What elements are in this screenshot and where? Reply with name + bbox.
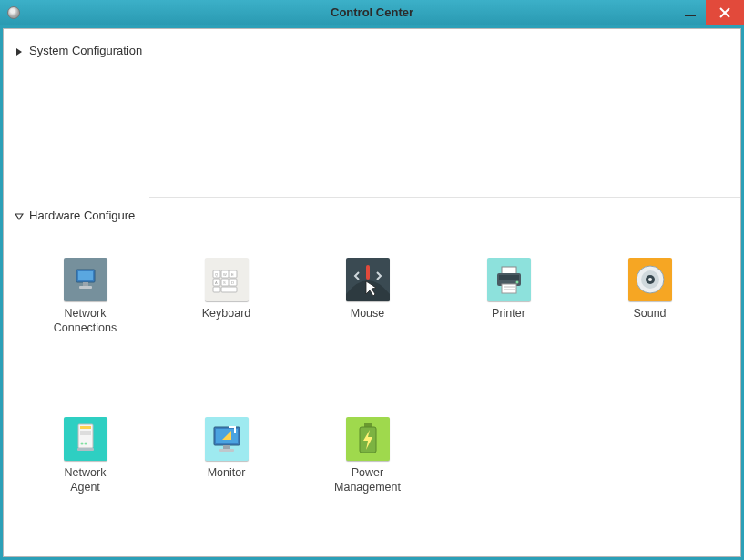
svg-rect-46 (219, 449, 234, 452)
item-label: Sound (633, 307, 666, 321)
item-label: Network Connections (54, 307, 117, 335)
item-network-agent[interactable]: Network Agent (15, 417, 156, 494)
svg-rect-26 (499, 275, 519, 280)
item-mouse[interactable]: Mouse (297, 258, 438, 335)
monitor-icon (205, 417, 249, 461)
printer-icon (487, 258, 531, 301)
section-hardware: Hardware Configure Network Connections (4, 198, 740, 557)
item-label: Monitor (208, 466, 246, 481)
svg-rect-6 (83, 282, 88, 286)
item-label: Power Management (334, 466, 401, 494)
mouse-icon (346, 258, 390, 301)
svg-rect-15 (221, 287, 237, 292)
svg-rect-41 (77, 448, 94, 451)
item-label: Mouse (351, 307, 385, 321)
svg-text:D: D (231, 280, 234, 285)
item-sound[interactable]: Sound (579, 258, 720, 335)
minimize-icon (685, 15, 696, 16)
item-printer[interactable]: Printer (438, 258, 579, 335)
system-section-body (4, 62, 740, 197)
item-network-connections[interactable]: Network Connections (15, 258, 156, 335)
svg-rect-14 (213, 287, 220, 292)
close-button[interactable] (706, 0, 744, 25)
close-icon (719, 7, 730, 18)
svg-marker-2 (16, 48, 22, 56)
svg-text:E: E (231, 272, 234, 277)
svg-point-39 (80, 443, 83, 445)
network-icon (64, 258, 107, 301)
power-icon (346, 417, 390, 461)
svg-rect-5 (78, 271, 93, 280)
hardware-grid: Network Connections QWE ASD (15, 227, 729, 557)
svg-marker-3 (15, 214, 23, 219)
section-system-header[interactable]: System Configuration (15, 38, 729, 62)
svg-text:Q: Q (215, 272, 218, 277)
svg-point-40 (84, 443, 87, 445)
arrow-right-icon (15, 46, 24, 55)
svg-text:S: S (223, 280, 226, 285)
svg-rect-28 (502, 284, 516, 293)
sound-icon (628, 258, 672, 301)
minimize-button[interactable] (675, 0, 706, 25)
svg-rect-38 (80, 433, 91, 435)
svg-rect-37 (80, 431, 91, 433)
section-system: System Configuration (4, 29, 740, 62)
item-power-management[interactable]: Power Management (297, 417, 438, 494)
svg-rect-7 (79, 286, 92, 289)
svg-text:W: W (223, 272, 227, 277)
svg-text:A: A (215, 280, 218, 285)
item-label: Printer (492, 307, 525, 321)
section-hardware-title: Hardware Configure (29, 209, 135, 222)
section-system-title: System Configuration (29, 44, 142, 57)
window: Control Center System Configuration (0, 0, 744, 560)
svg-rect-45 (223, 445, 230, 449)
titlebar-buttons (675, 0, 744, 25)
item-label: Network Agent (65, 466, 107, 494)
app-icon (7, 6, 20, 19)
section-hardware-header[interactable]: Hardware Configure (15, 203, 729, 227)
svg-rect-36 (80, 426, 91, 429)
item-monitor[interactable]: Monitor (156, 417, 297, 494)
svg-point-34 (648, 278, 652, 281)
keyboard-icon: QWE ASD (205, 258, 249, 301)
item-label: Keyboard (202, 307, 251, 321)
svg-rect-24 (502, 267, 516, 274)
network-agent-icon (64, 417, 107, 461)
window-title: Control Center (0, 5, 744, 19)
arrow-down-icon (15, 210, 24, 219)
client-area: System Configuration Hardware Configure (3, 28, 741, 557)
svg-point-27 (515, 281, 518, 284)
svg-rect-22 (366, 265, 370, 280)
item-keyboard[interactable]: QWE ASD Keyboard (156, 258, 297, 335)
titlebar[interactable]: Control Center (0, 0, 744, 25)
svg-rect-47 (364, 423, 372, 427)
